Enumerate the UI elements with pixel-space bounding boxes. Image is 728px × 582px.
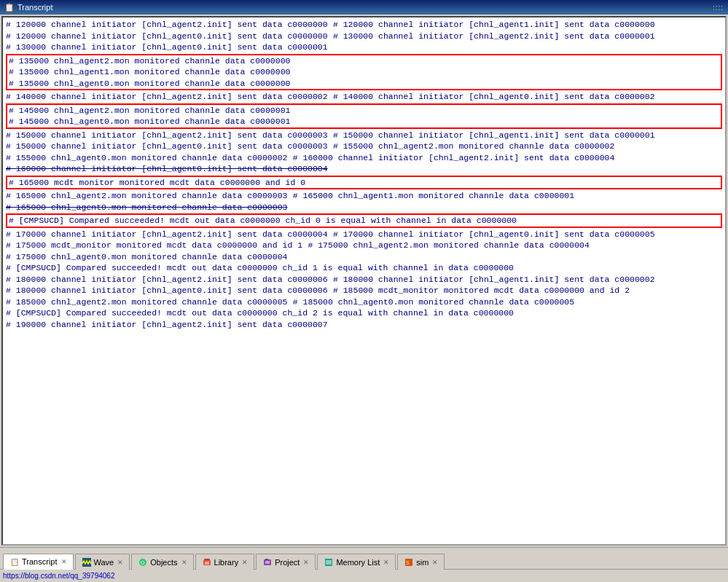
title-bar-controls: :::: <box>713 4 724 12</box>
log-line: # 145000 chnl_agent2.mon monitored chann… <box>9 105 719 117</box>
log-line: # 135000 chnl_agent2.mon monitored chann… <box>9 55 719 67</box>
log-line: # 180000 channel initiator [chnl_agent2.… <box>6 275 328 284</box>
tab-objects-close[interactable]: ✕ <box>181 559 187 566</box>
log-line: # 170000 channel initiator [chnl_agent2.… <box>6 229 328 239</box>
main-window: 📋 Transcript :::: # 120000 channel initi… <box>0 0 728 582</box>
log-line: # 150000 channel initiator [chnl_agent1.… <box>333 130 655 140</box>
sim-icon: S <box>404 557 414 567</box>
tab-library[interactable]: Library ✕ <box>195 554 255 570</box>
window-title: Transcript <box>17 3 53 12</box>
log-line: # 145000 chnl_agent0.mon monitored chann… <box>9 116 719 127</box>
tab-memory-list-close[interactable]: ✕ <box>383 559 389 566</box>
tab-objects[interactable]: O Objects ✕ <box>131 554 193 570</box>
project-icon <box>262 557 273 567</box>
tab-project-label: Project <box>275 558 300 567</box>
title-bar: 📋 Transcript :::: <box>0 0 728 15</box>
log-line: # 135000 chnl_agent1.mon monitored chann… <box>9 66 719 78</box>
svg-rect-7 <box>264 559 271 565</box>
log-line: # 185000 mcdt_monitor monitored mcdt dat… <box>333 286 630 295</box>
log-line: # 190000 channel initiator [chnl_agent2.… <box>6 320 328 329</box>
objects-icon: O <box>138 557 148 567</box>
status-url: https://blog.csdn.net/qq_39794062 <box>3 572 114 580</box>
tab-transcript-close[interactable]: ✕ <box>61 558 67 565</box>
title-bar-left: 📋 Transcript <box>4 3 53 12</box>
log-line: # 120000 channel initiator [chnl_agent1.… <box>333 20 655 29</box>
log-line: # [CMPSUCD] Compared succeeded! mcdt out… <box>6 263 514 272</box>
log-line: # 155000 chnl_agent0.mon monitored chann… <box>6 153 287 162</box>
log-line: # 140000 channel initiator [chnl_agent0.… <box>333 92 655 101</box>
log-line: # 120000 channel initiator [chnl_agent0.… <box>6 31 328 41</box>
red-box-single-2: # [CMPSUCD] Compared succeeded! mcdt out… <box>6 213 722 228</box>
red-box-group-1: # 135000 chnl_agent2.mon monitored chann… <box>6 54 722 91</box>
tab-wave-close[interactable]: ✕ <box>117 559 123 566</box>
tab-transcript-label: Transcript <box>22 557 58 566</box>
transcript-area[interactable]: # 120000 channel initiator [chnl_agent2.… <box>1 16 727 546</box>
log-line: # 135000 chnl_agent0.mon monitored chann… <box>9 78 719 90</box>
svg-rect-4 <box>204 559 210 560</box>
log-line: # 175000 mcdt_monitor monitored mcdt dat… <box>6 240 302 250</box>
tab-memory-list-label: Memory List <box>336 558 380 567</box>
log-line: # 120000 channel initiator [chnl_agent2.… <box>6 20 328 29</box>
log-line: # 175000 chnl_agent0.mon monitored chann… <box>6 252 287 261</box>
tab-project-close[interactable]: ✕ <box>303 559 309 566</box>
log-line: # 175000 chnl_agent2.mon monitored chann… <box>308 240 589 250</box>
status-bar: https://blog.csdn.net/qq_39794062 <box>0 569 728 582</box>
log-line: # 155000 chnl_agent2.mon monitored chann… <box>333 141 614 151</box>
library-icon <box>202 557 212 567</box>
log-line: # 140000 channel initiator [chnl_agent2.… <box>6 92 328 101</box>
log-line: # 160000 channel initiator [chnl_agent2.… <box>293 153 615 162</box>
grip-indicator: :::: <box>713 4 724 12</box>
red-box-group-2: # 145000 chnl_agent2.mon monitored chann… <box>6 103 722 129</box>
svg-rect-8 <box>265 559 268 560</box>
log-line: # 165000 chnl_agent0.mon monitored chann… <box>6 202 287 212</box>
tab-memory-list[interactable]: Memory List ✕ <box>317 554 396 570</box>
tab-library-label: Library <box>214 558 239 567</box>
log-line: # 150000 channel initiator [chnl_agent0.… <box>6 141 328 151</box>
log-line: # 130000 channel initiator [chnl_agent2.… <box>333 31 655 41</box>
wave-icon <box>82 557 92 567</box>
log-line: # 180000 channel initiator [chnl_agent1.… <box>333 275 655 284</box>
log-line: # 185000 chnl_agent0.mon monitored chann… <box>293 297 574 307</box>
svg-text:S: S <box>406 560 410 565</box>
log-line: # 165000 chnl_agent1.mon monitored chann… <box>293 191 574 200</box>
tab-sim[interactable]: S sim ✕ <box>397 554 445 570</box>
log-line: # [CMPSUCD] Compared succeeded! mcdt out… <box>6 308 514 318</box>
window-icon: 📋 <box>4 3 15 12</box>
memory-list-icon <box>324 557 334 567</box>
tab-library-close[interactable]: ✕ <box>242 559 248 566</box>
log-line: # 170000 channel initiator [chnl_agent0.… <box>333 229 655 239</box>
log-line: # 130000 channel initiator [chnl_agent0.… <box>6 42 328 52</box>
tab-sim-close[interactable]: ✕ <box>432 559 438 566</box>
tab-objects-label: Objects <box>150 558 177 567</box>
bottom-tabs: 📋 Transcript ✕ Wave ✕ O Objects ✕ <box>0 547 728 569</box>
log-line: # 165000 chnl_agent2.mon monitored chann… <box>6 191 287 200</box>
tab-wave-label: Wave <box>94 558 114 567</box>
tab-sim-label: sim <box>416 558 428 567</box>
status-link[interactable]: https://blog.csdn.net/qq_39794062 <box>3 572 114 580</box>
log-line: # 185000 chnl_agent2.mon monitored chann… <box>6 297 287 307</box>
log-line: # 160000 channel initiator [chnl_agent0.… <box>6 164 328 173</box>
log-line: # 180000 channel initiator [chnl_agent0.… <box>6 286 328 295</box>
transcript-icon: 📋 <box>9 557 20 567</box>
log-line: # 150000 channel initiator [chnl_agent2.… <box>6 130 328 140</box>
svg-text:O: O <box>141 560 145 565</box>
red-box-single-1: # 165000 mcdt monitor monitored mcdt dat… <box>6 176 722 190</box>
tab-transcript[interactable]: 📋 Transcript ✕ <box>3 554 74 570</box>
tab-project[interactable]: Project ✕ <box>256 554 316 570</box>
tab-wave[interactable]: Wave ✕ <box>75 554 130 570</box>
